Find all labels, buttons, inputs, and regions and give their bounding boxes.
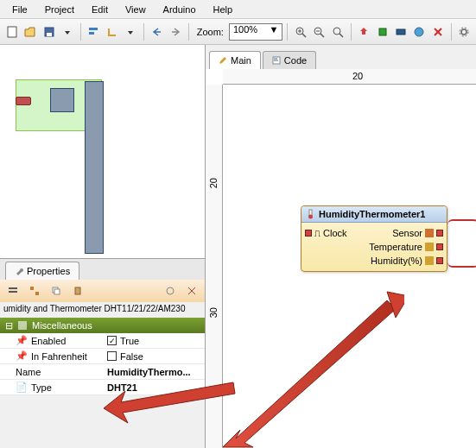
properties-panel: Properties umidity and Thermometer DHT11… xyxy=(0,259,205,448)
svg-rect-26 xyxy=(54,289,60,294)
tab-code[interactable]: Code xyxy=(263,51,316,69)
checkbox-icon[interactable]: ✓ xyxy=(107,336,117,345)
delete-button[interactable] xyxy=(429,22,446,41)
output-port[interactable] xyxy=(436,230,443,237)
zoom-label: Zoom: xyxy=(197,27,224,37)
redo-button[interactable] xyxy=(167,22,183,41)
type-icon: 📄 xyxy=(16,382,28,393)
svg-rect-15 xyxy=(397,29,405,35)
properties-toolbar xyxy=(0,280,205,302)
properties-title: umidity and Thermometer DHT11/21/22/AM23… xyxy=(0,302,205,318)
svg-line-10 xyxy=(321,34,324,37)
property-row[interactable]: Name HumidityThermo... xyxy=(0,364,205,380)
svg-rect-2 xyxy=(47,33,52,36)
sensor-button[interactable] xyxy=(411,22,428,41)
collapse-icon: ⊟ xyxy=(5,320,13,331)
property-row[interactable]: 📌In Fahrenheit False xyxy=(0,349,205,364)
menu-arduino[interactable]: Arduino xyxy=(155,2,205,17)
menu-project[interactable]: Project xyxy=(36,2,83,17)
svg-marker-40 xyxy=(223,300,396,447)
svg-rect-0 xyxy=(8,27,16,37)
output-port[interactable] xyxy=(436,243,443,250)
gear-button[interactable] xyxy=(456,22,473,41)
zoom-select[interactable]: 100% ▼ xyxy=(229,23,282,41)
input-port[interactable] xyxy=(305,230,312,237)
open-button[interactable] xyxy=(22,22,38,41)
canvas-panel: Main Code 20 20 30 HumidityThermometer1 xyxy=(206,45,476,448)
toolbar: Zoom: 100% ▼ xyxy=(0,19,476,45)
svg-point-16 xyxy=(415,28,423,36)
prop-list-button[interactable] xyxy=(3,281,22,300)
align-button[interactable] xyxy=(86,22,102,41)
svg-line-6 xyxy=(302,34,306,37)
pin-icon: 📌 xyxy=(16,350,28,362)
output-port[interactable] xyxy=(436,257,443,264)
svg-point-28 xyxy=(167,287,174,294)
properties-grid: 📌Enabled ✓True 📌In Fahrenheit False Name… xyxy=(0,333,205,395)
svg-rect-23 xyxy=(30,287,34,290)
angle-dropdown[interactable] xyxy=(123,22,139,41)
clock-icon: ⎍ xyxy=(314,228,321,238)
svg-rect-31 xyxy=(18,321,27,330)
tab-main[interactable]: Main xyxy=(209,51,261,69)
menu-edit[interactable]: Edit xyxy=(83,2,117,17)
design-canvas[interactable]: 20 20 30 HumidityThermometer1 ⎍Clock Sen… xyxy=(206,69,476,448)
properties-group-header[interactable]: ⊟ Miscellaneous xyxy=(0,318,205,333)
wire xyxy=(447,219,476,237)
wire xyxy=(447,233,476,268)
thermometer-icon xyxy=(307,209,315,219)
svg-point-36 xyxy=(308,215,313,219)
zoom-fit-button[interactable] xyxy=(329,22,346,41)
analog-output-icon xyxy=(425,256,434,265)
undo-button[interactable] xyxy=(149,22,165,41)
menu-help[interactable]: Help xyxy=(205,2,242,17)
new-button[interactable] xyxy=(3,22,20,41)
board-button[interactable] xyxy=(392,22,409,41)
svg-rect-39 xyxy=(425,256,434,265)
upload-button[interactable] xyxy=(355,22,371,41)
prop-filter-button[interactable] xyxy=(161,281,180,300)
svg-point-12 xyxy=(333,28,340,35)
sensor-output-icon xyxy=(425,229,434,237)
svg-rect-27 xyxy=(75,287,80,294)
svg-rect-4 xyxy=(89,32,94,35)
svg-point-19 xyxy=(461,29,466,35)
svg-rect-37 xyxy=(425,229,434,237)
property-row[interactable]: 📄Type DHT21 xyxy=(0,380,205,395)
checkbox-icon[interactable] xyxy=(107,351,117,361)
property-row[interactable]: 📌Enabled ✓True xyxy=(0,333,205,349)
prop-copy-button[interactable] xyxy=(47,281,66,300)
svg-line-13 xyxy=(340,34,343,37)
svg-rect-21 xyxy=(9,287,17,289)
group-icon xyxy=(18,321,27,330)
prop-tree-button[interactable] xyxy=(25,281,44,300)
node-header[interactable]: HumidityThermometer1 xyxy=(301,206,447,223)
humidity-thermometer-node[interactable]: HumidityThermometer1 ⎍Clock Sensor Tempe… xyxy=(301,205,447,272)
svg-rect-3 xyxy=(89,28,98,30)
properties-tab[interactable]: Properties xyxy=(5,262,79,280)
svg-marker-41 xyxy=(387,292,404,318)
svg-rect-24 xyxy=(35,292,39,295)
design-preview[interactable] xyxy=(0,45,205,259)
annotation-arrow xyxy=(214,257,404,448)
ruler-vertical: 20 30 xyxy=(206,85,223,448)
analog-output-icon xyxy=(425,243,434,251)
svg-rect-22 xyxy=(9,291,17,293)
prop-paste-button[interactable] xyxy=(68,281,87,300)
menu-view[interactable]: View xyxy=(117,2,155,17)
menubar: File Project Edit View Arduino Help xyxy=(0,0,476,19)
svg-rect-14 xyxy=(379,28,386,35)
pencil-icon xyxy=(219,56,227,65)
zoom-out-button[interactable] xyxy=(311,22,327,41)
ruler-horizontal: 20 xyxy=(223,69,476,85)
zoom-in-button[interactable] xyxy=(292,22,308,41)
chip-button[interactable] xyxy=(374,22,390,41)
svg-rect-38 xyxy=(425,243,434,251)
wrench-icon xyxy=(15,267,23,275)
menu-file[interactable]: File xyxy=(3,2,36,17)
prop-clear-button[interactable] xyxy=(182,281,201,300)
save-button[interactable] xyxy=(41,22,57,41)
save-dropdown[interactable] xyxy=(59,22,75,41)
angle-button[interactable] xyxy=(104,22,120,41)
left-panel: Properties umidity and Thermometer DHT11… xyxy=(0,45,206,448)
